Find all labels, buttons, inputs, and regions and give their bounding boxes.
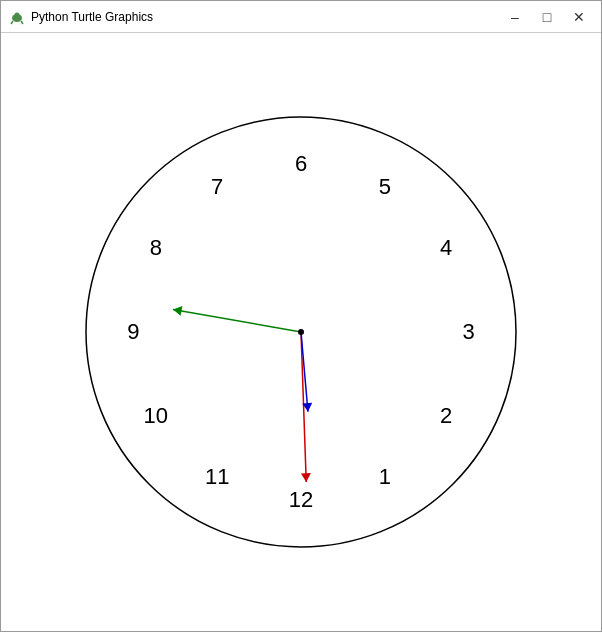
app-icon xyxy=(9,9,25,25)
clock-number-5: 5 xyxy=(379,174,391,200)
minimize-button[interactable]: – xyxy=(501,6,529,28)
clock-number-1: 1 xyxy=(379,464,391,490)
clock-number-3: 3 xyxy=(463,319,475,345)
clock-number-2: 2 xyxy=(440,403,452,429)
svg-point-1 xyxy=(15,12,20,17)
close-button[interactable]: ✕ xyxy=(565,6,593,28)
clock-number-4: 4 xyxy=(440,235,452,261)
clock-number-7: 7 xyxy=(211,174,223,200)
title-bar: Python Turtle Graphics – □ ✕ xyxy=(1,1,601,33)
window-controls: – □ ✕ xyxy=(501,6,593,28)
canvas-area: 654321121110987 xyxy=(1,33,601,631)
main-window: Python Turtle Graphics – □ ✕ 65 xyxy=(0,0,602,632)
clock-container: 654321121110987 xyxy=(71,102,531,562)
window-title: Python Turtle Graphics xyxy=(31,10,501,24)
clock-number-10: 10 xyxy=(144,403,168,429)
svg-line-3 xyxy=(21,21,23,24)
clock-number-11: 11 xyxy=(205,464,229,490)
clock-number-6: 6 xyxy=(295,151,307,177)
clock-number-8: 8 xyxy=(150,235,162,261)
clock-number-9: 9 xyxy=(127,319,139,345)
clock-number-12: 12 xyxy=(289,487,313,513)
svg-line-2 xyxy=(11,21,13,24)
maximize-button[interactable]: □ xyxy=(533,6,561,28)
